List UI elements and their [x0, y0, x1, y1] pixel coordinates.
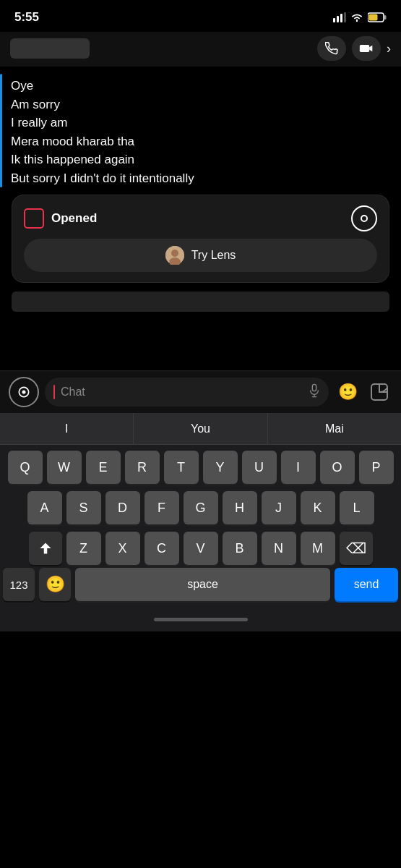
- shift-key[interactable]: [29, 532, 62, 565]
- svg-rect-12: [312, 384, 316, 391]
- key-f[interactable]: F: [145, 491, 179, 524]
- try-lens-label: Try Lens: [191, 249, 236, 262]
- status-time: 5:55: [14, 10, 39, 25]
- key-y[interactable]: Y: [203, 451, 238, 484]
- battery-icon: [368, 12, 387, 22]
- snap-card: Opened Try Lens: [12, 195, 389, 283]
- keyboard-row-2: A S D F G H J K L: [3, 491, 398, 524]
- try-lens-button[interactable]: Try Lens: [24, 239, 377, 272]
- key-z[interactable]: Z: [66, 532, 101, 565]
- emoji-key[interactable]: 🙂: [39, 568, 71, 601]
- key-b[interactable]: B: [223, 532, 257, 565]
- microphone-icon[interactable]: [309, 383, 320, 401]
- message-text: Oye Am sorry I really am Mera mood khara…: [11, 74, 194, 187]
- key-e[interactable]: E: [86, 451, 121, 484]
- svg-rect-5: [384, 15, 387, 20]
- more-button[interactable]: ›: [387, 41, 391, 56]
- header-left: [10, 38, 90, 59]
- svg-rect-2: [340, 14, 342, 22]
- space-key[interactable]: space: [75, 568, 330, 601]
- key-n[interactable]: N: [262, 532, 296, 565]
- opened-left: Opened: [24, 208, 97, 229]
- svg-rect-0: [333, 18, 335, 22]
- header-actions: ›: [317, 36, 391, 61]
- key-v[interactable]: V: [184, 532, 218, 565]
- svg-rect-1: [337, 16, 339, 22]
- signal-icon: [333, 12, 346, 22]
- redacted-message: [12, 292, 389, 312]
- message-line-2: Am sorry: [11, 95, 194, 114]
- wifi-icon: [350, 12, 363, 22]
- keyboard-row-1: Q W E R T Y U I O P: [3, 451, 398, 484]
- message-line-3: I really am: [11, 114, 194, 132]
- key-rows: Q W E R T Y U I O P A S D F G H J K L: [0, 445, 401, 568]
- camera-button[interactable]: [9, 377, 39, 407]
- key-d[interactable]: D: [105, 491, 140, 524]
- snap-circle-inner: [361, 215, 368, 222]
- message-line-5: Ik this happened again: [11, 150, 194, 169]
- key-g[interactable]: G: [184, 491, 218, 524]
- chat-placeholder: Chat: [61, 386, 85, 399]
- key-t[interactable]: T: [164, 451, 199, 484]
- key-j[interactable]: J: [262, 491, 296, 524]
- keyboard-bottom-row: 123 🙂 space send: [0, 568, 401, 607]
- sticker-button[interactable]: [366, 379, 392, 405]
- message-line-1: Oye: [11, 77, 194, 95]
- send-key[interactable]: send: [335, 568, 398, 601]
- key-u[interactable]: U: [242, 451, 277, 484]
- svg-point-8: [171, 250, 178, 257]
- emoji-button[interactable]: 🙂: [335, 379, 361, 405]
- call-button[interactable]: [317, 36, 346, 61]
- numbers-key[interactable]: 123: [3, 568, 35, 601]
- camera-snap-icon: [17, 385, 31, 399]
- predictive-bar: I You Mai: [0, 413, 401, 445]
- key-l[interactable]: L: [340, 491, 374, 524]
- sticker-icon: [370, 383, 389, 401]
- predictive-item-1[interactable]: I: [0, 413, 134, 444]
- key-a[interactable]: A: [27, 491, 62, 524]
- contact-name-redacted: [10, 38, 90, 59]
- key-q[interactable]: Q: [8, 451, 43, 484]
- keyboard-row-3: Z X C V B N M ⌫: [3, 532, 398, 565]
- video-call-button[interactable]: [352, 36, 381, 61]
- status-bar: 5:55: [0, 0, 401, 32]
- key-x[interactable]: X: [105, 532, 140, 565]
- delete-key[interactable]: ⌫: [340, 532, 373, 565]
- key-w[interactable]: W: [47, 451, 82, 484]
- opened-label: Opened: [51, 211, 97, 226]
- predictive-item-3[interactable]: Mai: [268, 413, 401, 444]
- home-indicator-area: [0, 607, 401, 631]
- snap-camera-icon[interactable]: [351, 205, 377, 231]
- key-h[interactable]: H: [223, 491, 257, 524]
- key-p[interactable]: P: [359, 451, 394, 484]
- svg-point-11: [22, 391, 26, 394]
- status-icons: [333, 12, 387, 22]
- message-line-4: Mera mood kharab tha: [11, 132, 194, 151]
- lens-avatar: [165, 246, 184, 265]
- key-k[interactable]: K: [301, 491, 335, 524]
- key-s[interactable]: S: [66, 491, 101, 524]
- message-line-6: But sorry I didn't do it intentionally: [11, 169, 194, 188]
- keyboard: I You Mai Q W E R T Y U I O P A S D F G …: [0, 413, 401, 631]
- key-m[interactable]: M: [301, 532, 335, 565]
- key-o[interactable]: O: [320, 451, 355, 484]
- svg-rect-6: [369, 14, 378, 21]
- key-r[interactable]: R: [125, 451, 160, 484]
- chat-area: Oye Am sorry I really am Mera mood khara…: [0, 67, 401, 370]
- chat-header: ›: [0, 32, 401, 67]
- key-i[interactable]: I: [281, 451, 316, 484]
- key-c[interactable]: C: [145, 532, 179, 565]
- chat-input-field[interactable]: Chat: [45, 378, 329, 407]
- text-cursor: [53, 385, 55, 399]
- snap-square-icon: [24, 208, 44, 229]
- phone-icon: [325, 42, 338, 55]
- snap-card-top: Opened: [24, 205, 377, 231]
- svg-rect-3: [344, 12, 346, 22]
- shift-icon: [39, 542, 52, 555]
- predictive-item-2[interactable]: You: [134, 413, 267, 444]
- video-icon: [359, 43, 374, 54]
- message-accent-line: [0, 74, 2, 187]
- lens-face-icon: [165, 246, 184, 265]
- chat-input-bar: Chat 🙂: [0, 370, 401, 413]
- home-indicator-bar: [154, 618, 248, 621]
